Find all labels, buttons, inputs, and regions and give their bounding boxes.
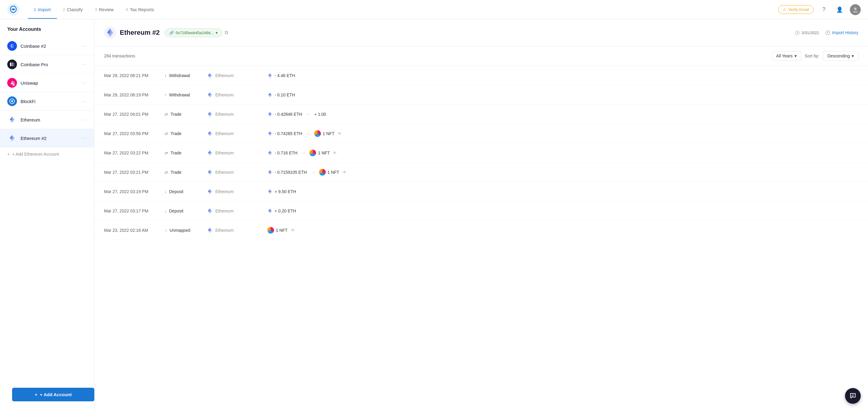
txn-chain-name: Ethereum [215, 131, 234, 136]
table-row: Mar 27, 2022 03:21 PM ⇄ Trade Ethereum -… [94, 163, 868, 182]
coinbase-pro-menu[interactable]: ··· [80, 60, 87, 69]
transaction-list: Mar 29, 2022 08:21 PM ↑ Withdrawal Ether… [94, 66, 868, 240]
eye-icon[interactable]: 👁 [333, 150, 337, 155]
txn-amounts: + 0.20 ETH [267, 208, 858, 214]
txn-type-label: Trade [170, 170, 182, 175]
nav-tax-reports[interactable]: 4 Tax Reports [120, 1, 160, 19]
add-ethereum-account[interactable]: + + Add Ethereum Account [0, 147, 94, 161]
wallet-address[interactable]: 🔗 0x7185eeb45a146d... ▾ [164, 28, 222, 37]
txn-amount-to: 1 NFT 👁 [314, 130, 342, 137]
sidebar: Your Accounts C Coinbase #2 ··· Coinbase… [0, 19, 94, 411]
uniswap-menu[interactable]: ··· [80, 78, 87, 87]
eye-icon[interactable]: 👁 [342, 170, 347, 175]
txn-date: Mar 27, 2022 03:21 PM [104, 170, 164, 175]
txn-amounts: - 0.7159105 ETH→ 1 NFT 👁 [267, 169, 858, 176]
txn-chain-name: Ethereum [215, 189, 234, 194]
txn-type: ⇄ Trade [164, 170, 207, 175]
blockfi-menu[interactable]: ··· [80, 97, 87, 106]
txn-amount-from: - 0.7159105 ETH [267, 170, 307, 175]
arrow-icon: → [311, 170, 315, 175]
add-account-button[interactable]: + + Add Account [12, 388, 94, 401]
add-ethereum-label: + Add Ethereum Account [12, 152, 59, 157]
app-body: Your Accounts C Coinbase #2 ··· Coinbase… [0, 19, 868, 411]
transaction-count: 284 transactions [104, 54, 772, 58]
app-logo[interactable] [7, 4, 19, 16]
sidebar-item-ethereum[interactable]: Ethereum ··· [0, 111, 94, 129]
user-avatar[interactable] [850, 4, 861, 15]
svg-point-1 [13, 9, 14, 10]
txn-chain-name: Ethereum [215, 93, 234, 97]
ethereum2-menu[interactable]: ··· [80, 134, 87, 143]
txn-amounts: 1 NFT 👁 [267, 227, 858, 234]
svg-point-9 [11, 100, 13, 102]
svg-text:🦄: 🦄 [10, 80, 16, 86]
txn-amount-to: 1 NFT 👁 [319, 169, 347, 176]
txn-chain-name: Ethereum [215, 228, 234, 233]
txn-amounts: - 0.74285 ETH→ 1 NFT 👁 [267, 130, 858, 137]
sidebar-item-blockfi[interactable]: BlockFi ··· [0, 92, 94, 111]
txn-amount-to: 1 NFT 👁 [267, 227, 295, 234]
txn-chain: Ethereum [207, 92, 267, 98]
uniswap-icon: 🦄 [7, 78, 17, 88]
table-row: Mar 27, 2022 03:22 PM ⇄ Trade Ethereum -… [94, 143, 868, 163]
txn-type: ○ Unmapped [164, 228, 207, 233]
txn-amount-to: + 0.20 ETH [267, 208, 296, 214]
ethereum2-name: Ethereum #2 [21, 136, 80, 141]
sidebar-item-coinbase2[interactable]: C Coinbase #2 ··· [0, 37, 94, 55]
nav-classify-label: Classify [67, 7, 83, 12]
ethereum-menu[interactable]: ··· [80, 115, 87, 124]
nav-classify[interactable]: 2 Classify [57, 1, 89, 19]
sort-value-label: Descending [828, 54, 850, 58]
chat-button[interactable] [845, 388, 861, 404]
txn-date: Mar 27, 2022 03:56 PM [104, 131, 164, 136]
nav-tax-reports-label: Tax Reports [130, 7, 154, 12]
clock-icon: 🕐 [795, 31, 800, 35]
page-header: Ethereum #2 🔗 0x7185eeb45a146d... ▾ ⧉ 🕐 … [94, 19, 868, 46]
nav-review-label: Review [99, 7, 114, 12]
import-history-button[interactable]: 🕐 Import History [825, 30, 858, 35]
table-row: Mar 27, 2022 04:01 PM ⇄ Trade Ethereum -… [94, 105, 868, 124]
txn-amount-from: - 0.74285 ETH [267, 131, 302, 136]
nav-items: 1 Import 2 Classify 3 Review 4 Tax Repor… [28, 1, 160, 19]
table-row: Mar 27, 2022 03:17 PM ↓ Deposit Ethereum… [94, 201, 868, 220]
nav-tax-reports-num: 4 [126, 7, 128, 12]
txn-chain: Ethereum [207, 169, 267, 175]
txn-date: Mar 27, 2022 04:01 PM [104, 112, 164, 117]
uniswap-name: Uniswap [21, 80, 80, 85]
txn-type-label: Trade [170, 131, 182, 136]
blockfi-name: BlockFi [21, 99, 80, 104]
txn-date: Mar 27, 2022 03:17 PM [104, 208, 164, 213]
table-row: Mar 27, 2022 03:56 PM ⇄ Trade Ethereum -… [94, 124, 868, 143]
txn-type-label: Trade [170, 150, 182, 155]
nav-import[interactable]: 1 Import [28, 1, 57, 19]
txn-amount-from: - 0.716 ETH [267, 150, 297, 156]
verify-email-button[interactable]: ⚠ Verify Email [778, 5, 813, 14]
sidebar-item-ethereum2[interactable]: Ethereum #2 ··· [0, 129, 94, 147]
txn-type: ↓ Deposit [164, 189, 207, 194]
txn-type-label: Deposit [169, 208, 183, 213]
copy-button[interactable]: ⧉ [225, 30, 228, 35]
add-account-label: + Add Account [40, 392, 72, 397]
sidebar-item-uniswap[interactable]: 🦄 Uniswap ··· [0, 74, 94, 92]
year-filter-button[interactable]: All Years ▾ [772, 51, 801, 61]
eye-icon[interactable]: 👁 [291, 228, 295, 233]
eye-icon[interactable]: 👁 [338, 131, 342, 136]
transactions-header: 284 transactions All Years ▾ Sort by: De… [94, 46, 868, 66]
svg-rect-5 [13, 63, 14, 66]
txn-amounts: - 0.716 ETH→ 1 NFT 👁 [267, 149, 858, 156]
coinbase2-menu[interactable]: ··· [80, 42, 87, 50]
txn-date: Mar 29, 2022 08:21 PM [104, 73, 164, 78]
txn-date: Mar 29, 2022 08:19 PM [104, 93, 164, 97]
chevron-down-icon: ▾ [216, 31, 218, 35]
txn-chain: Ethereum [207, 150, 267, 156]
txn-chain: Ethereum [207, 189, 267, 195]
help-button[interactable]: ? [818, 4, 829, 15]
sort-button[interactable]: Descending ▾ [823, 51, 858, 61]
ethereum-name: Ethereum [21, 117, 80, 123]
sidebar-item-coinbase-pro[interactable]: Coinbase Pro ··· [0, 55, 94, 74]
add-user-button[interactable]: 👤 [834, 4, 845, 15]
txn-amount-to: 1 NFT 👁 [309, 149, 337, 156]
nav-review[interactable]: 3 Review [89, 1, 120, 19]
nav-import-num: 1 [34, 7, 36, 12]
txn-amount-to: - 4.46 ETH [267, 73, 295, 78]
